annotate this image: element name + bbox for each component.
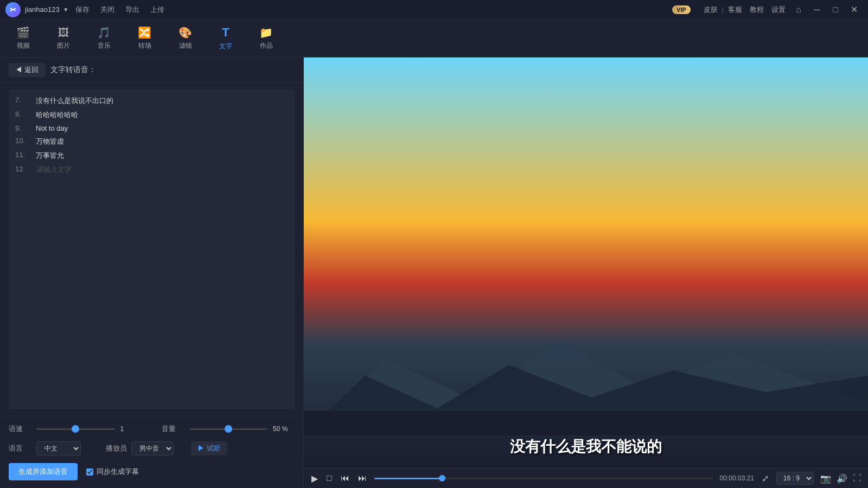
text-item-10[interactable]: 10. 万物皆虚 — [15, 134, 288, 149]
nav-item-music[interactable]: 🎵 音乐 — [92, 24, 116, 53]
item-num-12: 12. — [15, 165, 31, 175]
speed-slider[interactable] — [36, 428, 115, 430]
nav-label-image: 图片 — [57, 41, 70, 50]
play-pause-button[interactable]: ▶ — [310, 472, 319, 485]
mountains-svg — [304, 327, 868, 435]
language-select[interactable]: 中文 English — [36, 441, 81, 455]
item-num-7: 7. — [15, 96, 31, 106]
home-button[interactable]: ⌂ — [790, 1, 807, 18]
action-row: 生成并添加语音 同步生成字幕 — [9, 463, 295, 480]
progress-dot — [439, 475, 445, 481]
video-preview: 没有什么是我不能说的 — [304, 57, 868, 468]
back-button[interactable]: ◀ 返回 — [9, 63, 45, 77]
speed-control-row: 语速 1 音量 50 % — [9, 424, 295, 434]
text-icon: T — [222, 25, 229, 40]
text-item-12[interactable]: 12. 请输入文字 — [15, 163, 288, 177]
stop-button[interactable]: □ — [326, 472, 333, 484]
username: jianhao123 — [25, 5, 60, 14]
nav-label-video: 视频 — [17, 41, 30, 50]
fullscreen-icon[interactable]: ⛶ — [853, 473, 861, 484]
title-bar-right: VIP 皮肤 | 客服 教程 设置 ⌂ ─ □ ✕ — [672, 1, 863, 18]
controls-area: 语速 1 音量 50 % 语言 中文 English 播放员 — [0, 416, 303, 488]
volume-slider-container: 50 % — [189, 425, 295, 433]
player-select[interactable]: 男中音 女声 童声 — [131, 441, 174, 455]
minimize-button[interactable]: ─ — [808, 1, 826, 18]
text-list: 7. 没有什么是我说不出口的 8. 哈哈哈哈哈哈 9. Not to day 1… — [9, 89, 295, 409]
settings-button[interactable]: 设置 — [768, 4, 789, 16]
music-icon: 🎵 — [97, 26, 111, 39]
nav-label-text: 文字 — [219, 42, 232, 51]
try-play-button[interactable]: ▶ 试听 — [191, 441, 227, 455]
app-logo: ✂ — [5, 2, 21, 17]
top-nav: 🎬 视频 🖼 图片 🎵 音乐 🔀 转场 🎨 滤镜 T 文字 📁 作品 — [0, 20, 868, 57]
item-content-10: 万物皆虚 — [36, 137, 64, 146]
progress-fill — [374, 478, 442, 479]
nav-label-music: 音乐 — [98, 41, 111, 50]
text-list-area: 7. 没有什么是我说不出口的 8. 哈哈哈哈哈哈 9. Not to day 1… — [0, 83, 303, 416]
text-item-9[interactable]: 9. Not to day — [15, 122, 288, 134]
sync-subtitle-label[interactable]: 同步生成字幕 — [86, 467, 139, 477]
upload-button[interactable]: 上传 — [147, 4, 168, 16]
item-content-7: 没有什么是我说不出口的 — [36, 96, 113, 106]
language-label: 语言 — [9, 444, 28, 453]
svg-rect-2 — [304, 411, 868, 435]
video-subtitle: 没有什么是我不能说的 — [510, 436, 662, 457]
item-num-11: 11. — [15, 151, 31, 160]
export-button[interactable]: 导出 — [122, 4, 143, 16]
speed-slider-container: 1 — [36, 425, 142, 433]
video-icon: 🎬 — [16, 26, 30, 39]
nav-item-image[interactable]: 🖼 图片 — [52, 24, 75, 53]
expand-icon[interactable]: ⤢ — [761, 472, 770, 485]
next-frame-button[interactable]: ⏭ — [357, 472, 368, 484]
volume-value: 50 % — [273, 425, 295, 433]
nav-item-filter[interactable]: 🎨 滤镜 — [173, 24, 197, 53]
nav-item-transition[interactable]: 🔀 转场 — [132, 24, 157, 53]
title-bar-left: ✂ jianhao123 ▾ 保存 关闭 导出 上传 — [5, 2, 672, 17]
nav-item-text[interactable]: T 文字 — [214, 23, 238, 53]
speed-value: 1 — [120, 425, 142, 433]
volume-label: 音量 — [162, 424, 181, 434]
image-icon: 🖼 — [58, 27, 69, 39]
works-icon: 📁 — [259, 26, 273, 39]
text-item-7[interactable]: 7. 没有什么是我说不出口的 — [15, 94, 288, 108]
nav-label-transition: 转场 — [138, 41, 151, 50]
aspect-ratio-select[interactable]: 16 : 9 9 : 16 1 : 1 — [776, 472, 814, 485]
player-label: 播放员 — [106, 444, 127, 453]
maximize-button[interactable]: □ — [827, 1, 844, 18]
tutorial-button[interactable]: 教程 — [746, 4, 767, 16]
transition-icon: 🔀 — [138, 26, 151, 39]
nav-label-filter: 滤镜 — [179, 41, 192, 50]
player-control: 播放员 男中音 女声 童声 — [106, 441, 174, 455]
prev-frame-button[interactable]: ⏮ — [340, 472, 350, 484]
window-close-button[interactable]: ✕ — [845, 1, 863, 18]
video-controls-bar: ▶ □ ⏮ ⏭ 00:00:03:21 ⤢ 16 : 9 9 : 16 1 : … — [304, 468, 868, 488]
nav-label-works: 作品 — [260, 41, 273, 50]
nav-item-video[interactable]: 🎬 视频 — [11, 24, 35, 53]
left-panel: ◀ 返回 文字转语音： 7. 没有什么是我说不出口的 8. 哈哈哈哈哈哈 9. … — [0, 57, 304, 488]
item-content-9: Not to day — [36, 124, 68, 132]
sync-subtitle-checkbox[interactable] — [86, 468, 93, 476]
vip-badge[interactable]: VIP — [672, 5, 691, 14]
speaker-icon[interactable]: 🔊 — [837, 473, 847, 484]
screenshot-icon[interactable]: 📷 — [820, 473, 831, 484]
text-item-8[interactable]: 8. 哈哈哈哈哈哈 — [15, 108, 288, 122]
current-time: 00:00:03:21 — [720, 474, 754, 482]
save-button[interactable]: 保存 — [72, 4, 93, 16]
text-item-11[interactable]: 11. 万事皆允 — [15, 149, 288, 163]
generate-audio-button[interactable]: 生成并添加语音 — [9, 463, 78, 480]
close-project-button[interactable]: 关闭 — [97, 4, 118, 16]
nav-item-works[interactable]: 📁 作品 — [254, 24, 278, 53]
support-button[interactable]: 客服 — [725, 4, 745, 16]
item-placeholder-12: 请输入文字 — [36, 165, 71, 175]
skin-button[interactable]: 皮肤 — [700, 4, 721, 16]
progress-bar[interactable] — [374, 478, 713, 479]
video-background: 没有什么是我不能说的 — [304, 57, 868, 468]
item-content-8: 哈哈哈哈哈哈 — [36, 110, 78, 120]
user-dropdown-icon[interactable]: ▾ — [64, 5, 68, 14]
panel-header: ◀ 返回 文字转语音： — [0, 57, 303, 83]
speed-label: 语速 — [9, 424, 28, 434]
right-panel: 没有什么是我不能说的 ▶ □ ⏮ ⏭ 00:00:03:21 ⤢ 16 : 9 … — [304, 57, 868, 488]
item-content-11: 万事皆允 — [36, 151, 64, 160]
volume-slider[interactable] — [189, 428, 268, 430]
item-num-8: 8. — [15, 110, 31, 120]
